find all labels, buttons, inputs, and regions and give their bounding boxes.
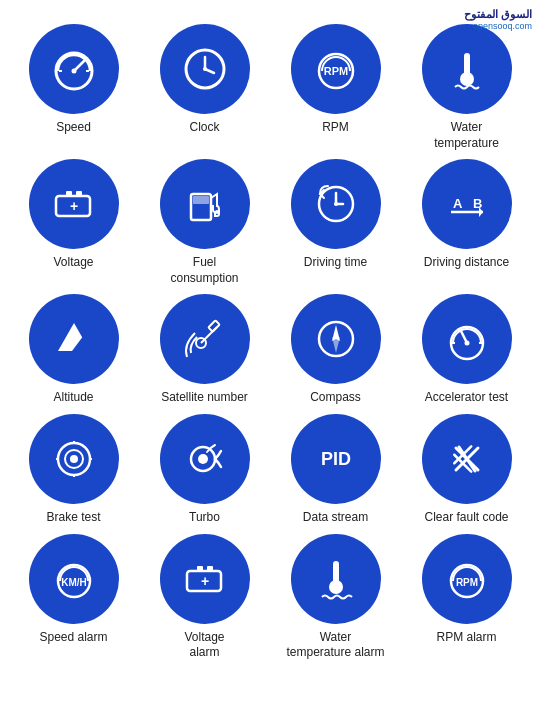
item-voltage-alarm[interactable]: + Voltagealarm [143, 534, 266, 661]
circle-clock [160, 24, 250, 114]
label-brake: Brake test [46, 510, 100, 526]
svg-text:KM/H: KM/H [61, 577, 87, 588]
label-driving-distance: Driving distance [424, 255, 509, 271]
item-voltage[interactable]: + Voltage [12, 159, 135, 286]
circle-voltage: + [29, 159, 119, 249]
label-driving-time: Driving time [304, 255, 367, 271]
circle-brake [29, 414, 119, 504]
item-brake[interactable]: Brake test [12, 414, 135, 526]
circle-driving-distance: AB [422, 159, 512, 249]
circle-rpm: RPM [291, 24, 381, 114]
svg-text:RPM: RPM [455, 577, 477, 588]
circle-speed [29, 24, 119, 114]
svg-rect-33 [208, 321, 219, 332]
label-water-temp: Watertemperature [434, 120, 499, 151]
circle-water-temp [422, 24, 512, 114]
label-clock: Clock [189, 120, 219, 136]
watermark-logo: السوق المفتوح [464, 8, 532, 21]
item-altitude[interactable]: Altitude [12, 294, 135, 406]
watermark: السوق المفتوح opensooq.com [464, 8, 532, 31]
circle-voltage-alarm: + [160, 534, 250, 624]
svg-text:PID: PID [320, 449, 350, 469]
circle-rpm-alarm: RPM [422, 534, 512, 624]
item-speed[interactable]: Speed [12, 24, 135, 151]
watermark-sub: opensooq.com [464, 21, 532, 31]
svg-rect-19 [193, 196, 209, 204]
svg-point-24 [334, 202, 338, 206]
item-fuel[interactable]: Fuelconsumption [143, 159, 266, 286]
label-water-temp-alarm: Watertemperature alarm [286, 630, 384, 661]
circle-data-stream: PID [291, 414, 381, 504]
circle-water-temp-alarm [291, 534, 381, 624]
item-driving-time[interactable]: Driving time [274, 159, 397, 286]
label-voltage-alarm: Voltagealarm [184, 630, 224, 661]
item-driving-distance[interactable]: AB Driving distance [405, 159, 528, 286]
label-turbo: Turbo [189, 510, 220, 526]
label-rpm-alarm: RPM alarm [436, 630, 496, 646]
label-satellite: Satellite number [161, 390, 248, 406]
item-compass[interactable]: Compass [274, 294, 397, 406]
item-satellite[interactable]: Satellite number [143, 294, 266, 406]
item-accelerator[interactable]: Accelerator test [405, 294, 528, 406]
svg-rect-15 [66, 191, 72, 196]
svg-point-9 [203, 67, 207, 71]
svg-text:A: A [453, 196, 463, 211]
item-water-temp-alarm[interactable]: Watertemperature alarm [274, 534, 397, 661]
label-speed-alarm: Speed alarm [39, 630, 107, 646]
svg-rect-16 [76, 191, 82, 196]
svg-text:B: B [473, 196, 482, 211]
circle-speed-alarm: KM/H [29, 534, 119, 624]
svg-rect-63 [333, 561, 339, 583]
icon-grid: Speed Clock RPM RPM Watertemperature [0, 8, 540, 677]
circle-altitude [29, 294, 119, 384]
svg-rect-12 [464, 53, 470, 75]
item-rpm-alarm[interactable]: RPM RPM alarm [405, 534, 528, 661]
svg-text:+: + [69, 198, 77, 214]
label-fuel: Fuelconsumption [170, 255, 238, 286]
item-data-stream[interactable]: PID Data stream [274, 414, 397, 526]
svg-point-50 [198, 454, 208, 464]
label-clear-fault: Clear fault code [424, 510, 508, 526]
svg-point-44 [70, 455, 78, 463]
svg-point-2 [71, 69, 76, 74]
label-data-stream: Data stream [303, 510, 368, 526]
circle-clear-fault [422, 414, 512, 504]
label-altitude: Altitude [53, 390, 93, 406]
svg-point-20 [215, 210, 219, 214]
svg-point-64 [329, 580, 343, 594]
label-voltage: Voltage [53, 255, 93, 271]
svg-marker-36 [332, 337, 340, 353]
label-rpm: RPM [322, 120, 349, 136]
circle-compass [291, 294, 381, 384]
svg-point-39 [464, 341, 469, 346]
label-accelerator: Accelerator test [425, 390, 508, 406]
item-speed-alarm[interactable]: KM/H Speed alarm [12, 534, 135, 661]
label-speed: Speed [56, 120, 91, 136]
circle-fuel [160, 159, 250, 249]
circle-accelerator [422, 294, 512, 384]
item-rpm[interactable]: RPM RPM [274, 24, 397, 151]
item-turbo[interactable]: Turbo [143, 414, 266, 526]
svg-rect-61 [207, 566, 213, 571]
svg-point-13 [460, 72, 474, 86]
svg-text:+: + [200, 573, 208, 589]
circle-driving-time [291, 159, 381, 249]
circle-satellite [160, 294, 250, 384]
item-clear-fault[interactable]: Clear fault code [405, 414, 528, 526]
item-clock[interactable]: Clock [143, 24, 266, 151]
item-water-temp[interactable]: Watertemperature [405, 24, 528, 151]
svg-rect-60 [197, 566, 203, 571]
label-compass: Compass [310, 390, 361, 406]
circle-turbo [160, 414, 250, 504]
svg-text:RPM: RPM [323, 65, 347, 77]
